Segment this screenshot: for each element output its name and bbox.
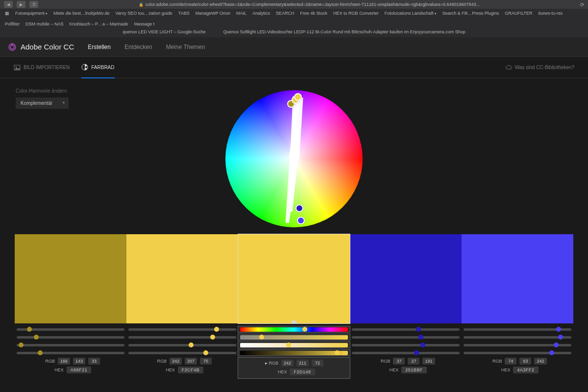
g-value[interactable]: 211 (296, 360, 309, 367)
slider-track[interactable] (240, 335, 348, 340)
tab-import-image[interactable]: BILD IMPORTIEREN (14, 57, 70, 78)
slider-handle[interactable] (335, 350, 340, 355)
r-value[interactable]: 37 (393, 358, 405, 365)
bookmark-item[interactable]: SEARCH (276, 11, 294, 16)
slider-track[interactable] (464, 344, 571, 346)
color-swatch[interactable] (462, 234, 573, 323)
r-value[interactable]: 74 (505, 358, 516, 365)
hex-value[interactable]: F2CF4B (178, 367, 204, 373)
hex-value[interactable]: 4A3FF2 (513, 367, 538, 373)
b-value[interactable]: 72 (312, 360, 323, 367)
slider-handle[interactable] (34, 335, 39, 340)
bookmark-item[interactable]: HEX to RGB Converter (333, 11, 379, 16)
bookmark-item[interactable]: Analytics (252, 11, 270, 16)
slider-track[interactable] (352, 352, 460, 354)
slider-handle[interactable] (259, 335, 264, 340)
slider-handle[interactable] (286, 343, 291, 347)
g-value[interactable]: 143 (73, 358, 85, 365)
slider-track[interactable] (464, 352, 571, 354)
slider-handle[interactable] (558, 335, 563, 340)
address-bar[interactable]: 🔒color.adobe.com/de/create/color-wheel/?… (42, 2, 576, 7)
slider-track[interactable] (352, 344, 460, 346)
bookmark-item[interactable]: Fotolocations Landschaft (385, 11, 437, 16)
slider-track[interactable] (17, 328, 124, 331)
slider-track[interactable] (128, 344, 236, 346)
bookmark-item[interactable]: Polfilter (5, 22, 20, 26)
hex-value[interactable]: 251BBF (401, 367, 427, 373)
slider-handle[interactable] (210, 335, 215, 340)
wheel-handle[interactable] (295, 204, 303, 212)
b-value[interactable]: 33 (88, 358, 100, 365)
color-swatch[interactable] (238, 234, 350, 323)
slider-handle[interactable] (38, 350, 43, 355)
slider-track[interactable] (464, 328, 571, 331)
color-swatch[interactable] (15, 234, 126, 323)
bookmark-item[interactable]: itunes-to-rss (539, 11, 563, 16)
bookmark-item[interactable]: quenox LED VIDE LIGHT – Google-Suche (122, 29, 205, 34)
slider-track[interactable] (128, 336, 236, 339)
bookmark-item[interactable]: Varvy SEO too…zation guide (115, 11, 172, 16)
b-value[interactable]: 242 (534, 358, 546, 365)
tab-color-wheel[interactable]: FARBRAD (81, 57, 114, 78)
slider-handle[interactable] (189, 343, 194, 347)
slider-handle[interactable] (414, 350, 419, 355)
nav-tab[interactable]: Meine Themen (166, 44, 205, 50)
bookmark-item[interactable]: TABS (178, 11, 190, 16)
back-button[interactable]: ◀ (4, 1, 13, 8)
slider-handle[interactable] (19, 343, 24, 347)
bookmark-item[interactable]: GRAUFILTER (505, 11, 532, 16)
slider-track[interactable] (128, 328, 236, 331)
slider-track[interactable] (352, 336, 460, 339)
forward-button[interactable]: ▶ (17, 1, 25, 8)
g-value[interactable]: 207 (185, 358, 197, 365)
bookmark-item[interactable]: Search & Filt…Press Plugins (442, 11, 499, 16)
slider-track[interactable] (240, 351, 348, 355)
color-wheel[interactable] (225, 90, 363, 227)
r-value[interactable]: 242 (281, 360, 294, 367)
bookmark-item[interactable]: ManageWP Orion (196, 11, 230, 16)
slider-track[interactable] (17, 336, 124, 339)
color-swatch[interactable] (126, 234, 238, 323)
bookmark-item[interactable]: Free 4k Stock (300, 11, 328, 16)
slider-track[interactable] (240, 343, 348, 347)
slider-track[interactable] (240, 327, 348, 332)
b-value[interactable]: 191 (422, 358, 435, 365)
bookmark-item[interactable]: Quenox Softlight LED-Videoleuchte LEDP-1… (223, 29, 466, 34)
color-swatch[interactable] (350, 234, 462, 323)
slider-handle[interactable] (302, 327, 307, 332)
bookmark-item[interactable]: Massage t (134, 22, 155, 26)
bookmark-item[interactable]: Fotoequipment (15, 11, 48, 16)
hex-value[interactable]: F2D148 (290, 368, 315, 375)
slider-handle[interactable] (214, 327, 219, 332)
slider-handle[interactable] (203, 350, 208, 355)
wheel-handle[interactable] (294, 93, 302, 101)
slider-track[interactable] (464, 336, 571, 339)
slider-handle[interactable] (554, 343, 559, 347)
slider-track[interactable] (352, 328, 460, 331)
g-value[interactable]: 27 (408, 358, 419, 365)
app-logo[interactable]: Adobe Color CC (8, 43, 74, 51)
r-value[interactable]: 166 (58, 358, 70, 365)
bookmarks-apps-icon[interactable]: ▦ (5, 11, 9, 16)
bookmark-item[interactable]: MAIL (236, 11, 246, 16)
slider-handle[interactable] (416, 327, 421, 332)
wheel-handle[interactable] (297, 217, 305, 224)
cc-libraries-help[interactable]: Was sind CC-Bibliotheken? (505, 64, 574, 71)
sidebar-button[interactable]: ☰ (29, 1, 38, 8)
nav-tab[interactable]: Erstellen (88, 44, 111, 50)
b-value[interactable]: 75 (200, 358, 212, 365)
slider-track[interactable] (128, 352, 236, 354)
bookmark-item[interactable]: Miete die best…lnobjektiv.de (53, 11, 109, 16)
nav-tab[interactable]: Entdecken (124, 44, 152, 50)
bookmark-item[interactable]: DSM mobile – NAS (25, 22, 64, 26)
reload-button[interactable]: ⟳ (580, 2, 584, 7)
bookmark-item[interactable]: Knoblauch – P…a – Marinade (70, 22, 128, 26)
slider-handle[interactable] (556, 327, 561, 332)
hex-value[interactable]: A68F21 (67, 367, 92, 373)
harmony-select[interactable]: Komplementär (16, 98, 69, 109)
slider-handle[interactable] (418, 335, 423, 340)
g-value[interactable]: 63 (519, 358, 531, 365)
r-value[interactable]: 242 (170, 358, 182, 365)
slider-track[interactable] (17, 352, 124, 354)
slider-handle[interactable] (420, 343, 425, 347)
